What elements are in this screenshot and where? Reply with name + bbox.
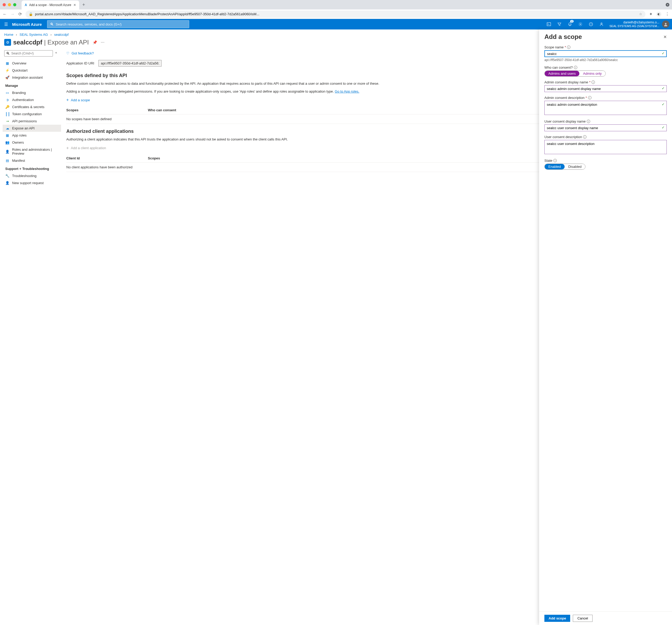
- directory-filter-icon[interactable]: [554, 19, 565, 29]
- lock-icon: 🔒: [29, 12, 33, 16]
- extensions-icon[interactable]: ✦: [649, 11, 652, 17]
- consent-admins-users[interactable]: Admins and users: [545, 71, 579, 76]
- minimize-window-icon[interactable]: [8, 3, 11, 6]
- cancel-button[interactable]: Cancel: [573, 615, 592, 622]
- page-title: sealccdpf | Expose an API: [13, 39, 89, 46]
- breadcrumb-app[interactable]: sealccdpf: [54, 32, 69, 37]
- close-window-icon[interactable]: [3, 3, 6, 6]
- admin-display-input[interactable]: [544, 85, 667, 92]
- more-icon[interactable]: ⋯: [101, 40, 104, 45]
- svg-text:?: ?: [591, 23, 592, 25]
- admin-desc-input[interactable]: [544, 101, 667, 115]
- notifications-icon[interactable]: 2: [565, 19, 575, 29]
- sidebar-item-certificates[interactable]: 🔑Certificates & secrets: [3, 103, 61, 111]
- state-disabled[interactable]: Disabled: [565, 164, 585, 169]
- sidebar-item-token-config[interactable]: ║║Token configuration: [3, 111, 61, 118]
- info-icon[interactable]: i: [587, 120, 590, 123]
- consent-admins-only[interactable]: Admins only: [579, 71, 605, 76]
- expose-icon: ☁: [5, 126, 9, 130]
- manifest-icon: ▤: [5, 159, 9, 163]
- breadcrumb-org[interactable]: SEAL Systems AG: [20, 32, 48, 37]
- roles-icon: ▦: [5, 134, 9, 137]
- brand-label[interactable]: Microsoft Azure: [12, 22, 47, 27]
- url-text: portal.azure.com/#blade/Microsoft_AAD_Re…: [35, 12, 259, 16]
- sidebar-heading-manage: Manage: [3, 81, 61, 89]
- app-name: sealccdpf: [13, 39, 42, 46]
- auth-icon: ➲: [5, 98, 9, 102]
- sidebar-item-quickstart[interactable]: ⚡Quickstart: [3, 67, 61, 74]
- scope-uri-hint: api://ff5e9507-350d-41df-afd2-7d2a561a90…: [544, 58, 667, 62]
- info-icon[interactable]: i: [574, 66, 577, 69]
- help-icon[interactable]: ?: [586, 19, 596, 29]
- new-tab-button[interactable]: +: [82, 2, 85, 8]
- add-scope-button[interactable]: Add scope: [544, 615, 570, 622]
- add-scope-panel: Add a scope ✕ Scope name * i api://ff5e9…: [539, 29, 672, 625]
- window-controls: [3, 3, 16, 6]
- sidebar-search[interactable]: 🔍︎: [4, 50, 53, 56]
- heart-icon: ♡: [66, 51, 69, 55]
- azure-header: ☰ Microsoft Azure 🔍︎ 2 ? danielh@s3alsys…: [0, 19, 672, 29]
- sidebar-item-overview[interactable]: ▦Overview: [3, 60, 61, 67]
- sidebar-item-manifest[interactable]: ▤Manifest: [3, 157, 61, 164]
- maximize-window-icon[interactable]: [13, 3, 16, 6]
- plus-icon: +: [66, 146, 69, 150]
- collapse-sidebar-icon[interactable]: «: [55, 51, 57, 54]
- sidebar-item-roles-admins[interactable]: 👤Roles and administrators | Preview: [3, 146, 61, 157]
- support-icon: 👤: [5, 181, 9, 185]
- hamburger-menu-icon[interactable]: ☰: [0, 22, 12, 27]
- user-desc-input[interactable]: [544, 140, 667, 154]
- key-icon: 🔑: [5, 105, 9, 109]
- go-to-app-roles-link[interactable]: Go to App roles.: [335, 90, 359, 93]
- browser-tab-strip: A Add a scope - Microsoft Azure ✕ + ▾: [0, 0, 672, 9]
- close-panel-icon[interactable]: ✕: [663, 34, 667, 40]
- info-icon[interactable]: i: [588, 96, 592, 99]
- pin-icon[interactable]: 📌: [93, 40, 97, 45]
- feedback-icon[interactable]: [596, 19, 607, 29]
- sidebar-item-new-support[interactable]: 👤New support request: [3, 179, 61, 187]
- scope-name-input[interactable]: [544, 50, 667, 57]
- avatar[interactable]: [662, 21, 669, 28]
- sidebar-search-input[interactable]: [11, 52, 51, 55]
- extension-badge-icon[interactable]: ◐: [656, 11, 662, 17]
- account-email: danielh@s3alsystems.o...: [609, 21, 659, 24]
- sidebar-item-branding[interactable]: ▭Branding: [3, 89, 61, 96]
- state-enabled[interactable]: Enabled: [545, 164, 565, 169]
- browser-menu-icon[interactable]: ⋮: [665, 11, 669, 17]
- scope-name-label: Scope name: [544, 45, 563, 49]
- info-icon[interactable]: i: [592, 80, 595, 84]
- reload-button[interactable]: ⟳: [18, 11, 22, 17]
- sidebar-item-expose-api[interactable]: ☁Expose an API: [3, 125, 61, 132]
- tab-list-button[interactable]: ▾: [666, 3, 669, 6]
- settings-icon[interactable]: [575, 19, 586, 29]
- breadcrumb-home[interactable]: Home: [4, 32, 14, 37]
- address-bar[interactable]: 🔒 portal.azure.com/#blade/Microsoft_AAD_…: [26, 10, 645, 18]
- back-button[interactable]: ←: [3, 12, 7, 17]
- scopes-col-consent: Who can consent: [148, 108, 176, 112]
- wand-icon: 🚀: [5, 75, 9, 79]
- cloud-shell-icon[interactable]: [544, 19, 554, 29]
- close-tab-icon[interactable]: ✕: [73, 3, 76, 7]
- sidebar-item-integration[interactable]: 🚀Integration assistant: [3, 74, 61, 81]
- account-org: SEAL SYSTEMS AG (S3ALSYSTEM...: [609, 24, 659, 28]
- svg-rect-0: [547, 23, 551, 26]
- account-info[interactable]: danielh@s3alsystems.o... SEAL SYSTEMS AG…: [607, 21, 662, 28]
- search-icon: 🔍︎: [6, 51, 10, 55]
- owners-icon: 👥: [5, 141, 9, 144]
- client-col-scopes: Scopes: [148, 156, 160, 160]
- browser-tab[interactable]: A Add a scope - Microsoft Azure ✕: [22, 1, 79, 9]
- bookmark-icon[interactable]: ☆: [639, 12, 642, 16]
- app-id-uri-value[interactable]: [98, 60, 162, 67]
- section-name: Expose an API: [47, 39, 89, 46]
- sidebar-item-app-roles[interactable]: ▦App roles: [3, 132, 61, 139]
- info-icon[interactable]: i: [553, 159, 557, 162]
- info-icon[interactable]: i: [567, 46, 571, 49]
- global-search[interactable]: 🔍︎: [47, 20, 189, 28]
- token-icon: ║║: [5, 112, 9, 116]
- info-icon[interactable]: i: [583, 135, 586, 139]
- sidebar-item-owners[interactable]: 👥Owners: [3, 139, 61, 146]
- sidebar-item-authentication[interactable]: ➲Authentication: [3, 96, 61, 103]
- sidebar-item-troubleshooting[interactable]: 🔧Troubleshooting: [3, 172, 61, 179]
- user-display-input[interactable]: [544, 124, 667, 131]
- sidebar-item-api-permissions[interactable]: ⊸API permissions: [3, 118, 61, 125]
- global-search-input[interactable]: [56, 22, 186, 26]
